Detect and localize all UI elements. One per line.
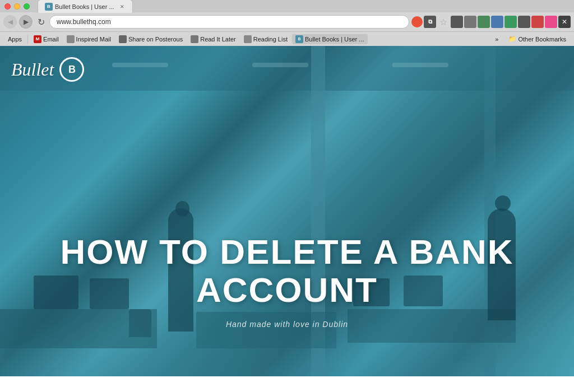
star-icon[interactable]: ☆	[437, 16, 450, 28]
toolbar-icons: ⧉ ☆ ✕	[411, 16, 571, 28]
reading-list-favicon	[244, 35, 252, 43]
logo-circle: B	[59, 57, 84, 82]
folder-icon: 📁	[508, 35, 516, 43]
browser-chrome: B Bullet Books | User ... ✕ ◀ ▶ ↻ www.bu…	[0, 0, 574, 46]
icon-4[interactable]	[464, 16, 476, 28]
icon-6[interactable]	[491, 16, 503, 28]
url-text: www.bullethq.com	[57, 18, 111, 26]
icon-7[interactable]	[504, 16, 517, 28]
other-bookmarks[interactable]: 📁 Other Bookmarks	[505, 34, 570, 44]
email-label: Email	[43, 36, 59, 43]
reading-list-label: Reading List	[253, 36, 288, 43]
main-heading-text: HOW TO DELETE A BANK ACCOUNT	[0, 233, 574, 309]
back-button[interactable]: ◀	[3, 15, 17, 29]
bookmark-inspired-mail[interactable]: Inspired Mail	[63, 34, 114, 44]
main-heading-container: HOW TO DELETE A BANK ACCOUNT	[0, 233, 574, 309]
separator-1	[27, 35, 28, 44]
posterous-favicon	[119, 35, 127, 43]
tab-title: Bullet Books | User ...	[55, 3, 114, 10]
bookmark-email[interactable]: M Email	[30, 34, 62, 44]
posterous-label: Share on Posterous	[128, 36, 183, 43]
site-logo: Bullet B	[11, 57, 84, 82]
subtitle-text: Hand made with love in Dublin	[0, 320, 574, 329]
subtitle-container: Hand made with love in Dublin	[0, 320, 574, 329]
bullet-books-label: Bullet Books | User ...	[305, 36, 364, 43]
close-window-button[interactable]	[4, 3, 11, 10]
more-bookmarks-button[interactable]: »	[492, 35, 502, 44]
refresh-button[interactable]: ↻	[35, 16, 47, 28]
inspired-mail-label: Inspired Mail	[76, 36, 111, 43]
bookmark-bullet-books[interactable]: B Bullet Books | User ...	[292, 34, 368, 44]
bookmark-read-later[interactable]: Read It Later	[187, 34, 239, 44]
icon-8[interactable]	[518, 16, 530, 28]
forward-button[interactable]: ▶	[19, 15, 33, 29]
logo-circle-letter: B	[68, 64, 76, 76]
back-icon: ◀	[8, 18, 13, 26]
icon-2[interactable]: ⧉	[424, 16, 436, 28]
bullet-favicon: B	[295, 35, 303, 43]
read-later-label: Read It Later	[200, 36, 236, 43]
active-tab[interactable]: B Bullet Books | User ... ✕	[38, 0, 133, 13]
address-bar-row: ◀ ▶ ↻ www.bullethq.com ⧉ ☆ ✕	[0, 12, 574, 31]
other-bookmarks-label: Other Bookmarks	[518, 36, 566, 43]
minimize-window-button[interactable]	[14, 3, 20, 10]
icon-1[interactable]	[411, 16, 423, 27]
email-favicon: M	[34, 35, 41, 43]
inspired-mail-favicon	[67, 35, 75, 43]
logo-text: Bullet	[11, 59, 54, 80]
website-content: Bullet B HOW TO DELETE A BANK ACCOUNT Ha…	[0, 46, 574, 376]
read-later-favicon	[191, 35, 198, 43]
icon-5[interactable]	[478, 16, 490, 28]
icon-10[interactable]	[545, 16, 557, 28]
icon-3[interactable]	[451, 16, 463, 28]
icon-11[interactable]: ✕	[558, 16, 571, 28]
icon-9[interactable]	[531, 16, 544, 28]
refresh-icon: ↻	[38, 17, 45, 27]
browser-top-bar: B Bullet Books | User ... ✕	[0, 0, 574, 12]
tab-favicon: B	[45, 3, 53, 11]
bookmarks-bar: Apps M Email Inspired Mail Share on Post…	[0, 31, 574, 46]
address-bar[interactable]: www.bullethq.com	[49, 15, 409, 29]
forward-icon: ▶	[24, 18, 29, 26]
tab-close-button[interactable]: ✕	[119, 3, 126, 10]
bookmark-reading-list[interactable]: Reading List	[240, 34, 291, 44]
bookmark-share-posterous[interactable]: Share on Posterous	[115, 34, 186, 44]
maximize-window-button[interactable]	[24, 3, 30, 10]
bookmark-apps[interactable]: Apps	[4, 35, 25, 44]
apps-label: Apps	[8, 36, 22, 43]
